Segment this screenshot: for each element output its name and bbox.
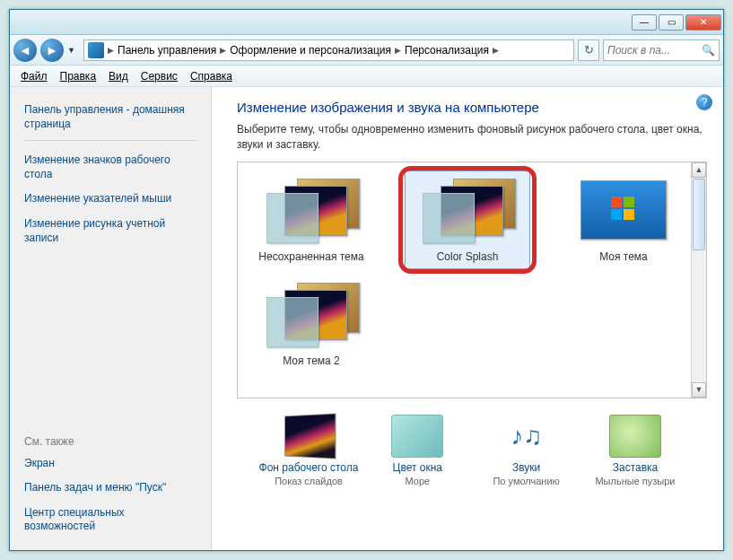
- minimize-button[interactable]: —: [632, 14, 657, 31]
- theme-color-splash[interactable]: Color Splash: [405, 171, 530, 269]
- settings-row: Фон рабочего стола Показ слайдов Цвет ок…: [237, 398, 707, 486]
- scroll-down-button[interactable]: ▼: [692, 382, 706, 398]
- see-also-label: См. также: [10, 435, 211, 451]
- theme-label: Моя тема: [561, 250, 686, 263]
- menu-file[interactable]: Файл: [15, 68, 53, 84]
- sidebar: Панель управления - домашняя страница Из…: [10, 87, 212, 550]
- screensaver-setting[interactable]: Заставка Мыльные пузыри: [581, 415, 689, 486]
- refresh-button[interactable]: ↻: [578, 39, 599, 61]
- window-color-icon: [391, 415, 443, 458]
- breadcrumb-seg-2[interactable]: Оформление и персонализация: [226, 44, 395, 57]
- chevron-right-icon: ▶: [108, 46, 114, 55]
- breadcrumb-seg-3[interactable]: Персонализация: [401, 44, 493, 57]
- page-heading: Изменение изображения и звука на компьют…: [237, 100, 707, 115]
- screensaver-link[interactable]: Заставка: [581, 461, 689, 474]
- theme-thumb: [570, 175, 677, 245]
- scroll-thumb[interactable]: [693, 179, 705, 250]
- help-icon[interactable]: ?: [696, 94, 712, 110]
- sounds-setting[interactable]: ♪♫ Звуки По умолчанию: [473, 415, 580, 486]
- theme-thumb: [257, 279, 365, 349]
- titlebar: — ▭ ✕: [10, 10, 723, 35]
- scroll-up-button[interactable]: ▲: [692, 162, 706, 178]
- sidebar-top: Панель управления - домашняя страница Из…: [10, 98, 211, 250]
- screensaver-value: Мыльные пузыри: [581, 476, 689, 486]
- chevron-right-icon: ▶: [220, 46, 226, 55]
- theme-label: Несохраненная тема: [249, 250, 374, 263]
- menu-help[interactable]: Справка: [185, 68, 238, 84]
- window-buttons: — ▭ ✕: [630, 14, 721, 31]
- sidebar-link-desktop-icons[interactable]: Изменение значков рабочего стола: [24, 148, 196, 187]
- see-also-display[interactable]: Экран: [24, 451, 196, 477]
- page-subtext: Выберите тему, чтобы одновременно измени…: [237, 122, 707, 153]
- desktop-bg-link[interactable]: Фон рабочего стола: [255, 461, 362, 474]
- search-icon: 🔍: [698, 44, 719, 57]
- menu-view[interactable]: Вид: [103, 68, 134, 84]
- menubar: Файл Правка Вид Сервис Справка: [10, 66, 723, 87]
- sidebar-separator: [24, 140, 196, 141]
- breadcrumb-seg-1[interactable]: Панель управления: [114, 44, 220, 57]
- theme-thumb: [414, 175, 521, 245]
- window-color-value: Море: [363, 476, 471, 486]
- nav-history-dropdown[interactable]: ▼: [67, 46, 80, 55]
- desktop-background-setting[interactable]: Фон рабочего стола Показ слайдов: [255, 415, 362, 486]
- explorer-window: — ▭ ✕ ◄ ► ▼ ▶ Панель управления ▶ Оформл…: [9, 9, 724, 551]
- sounds-icon: ♪♫: [501, 415, 553, 458]
- sounds-link[interactable]: Звуки: [473, 461, 580, 474]
- navbar: ◄ ► ▼ ▶ Панель управления ▶ Оформление и…: [10, 35, 723, 66]
- search-box[interactable]: 🔍: [603, 39, 720, 61]
- theme-thumb: [257, 175, 365, 245]
- menu-tools[interactable]: Сервис: [135, 68, 183, 84]
- theme-unsaved[interactable]: Несохраненная тема: [249, 175, 374, 263]
- screensaver-icon: [609, 415, 661, 458]
- menu-edit[interactable]: Правка: [55, 68, 102, 84]
- scrollbar[interactable]: ▲ ▼: [691, 162, 706, 398]
- body: Панель управления - домашняя страница Из…: [10, 87, 723, 550]
- windows-logo-icon: [611, 197, 636, 222]
- window-color-link[interactable]: Цвет окна: [363, 461, 471, 474]
- see-also-taskbar[interactable]: Панель задач и меню "Пуск": [24, 476, 196, 501]
- theme-row-1: Несохраненная тема Color Splash: [249, 175, 695, 263]
- sidebar-bottom: См. также Экран Панель задач и меню "Пус…: [10, 435, 211, 539]
- theme-row-2: Моя тема 2: [249, 279, 695, 367]
- close-button[interactable]: ✕: [685, 14, 721, 31]
- sidebar-link-account-picture[interactable]: Изменение рисунка учетной записи: [24, 212, 196, 250]
- sounds-value: По умолчанию: [473, 476, 580, 486]
- main-panel: ? Изменение изображения и звука на компь…: [212, 87, 723, 550]
- window-color-setting[interactable]: Цвет окна Море: [363, 415, 471, 486]
- sidebar-link-mouse-pointers[interactable]: Изменение указателей мыши: [24, 187, 196, 212]
- chevron-right-icon: ▶: [493, 46, 499, 55]
- chevron-right-icon: ▶: [395, 46, 401, 55]
- forward-button[interactable]: ►: [40, 39, 64, 62]
- see-also-accessibility[interactable]: Центр специальных возможностей: [24, 501, 196, 539]
- maximize-button[interactable]: ▭: [659, 14, 684, 31]
- theme-label: Моя тема 2: [249, 354, 374, 367]
- themes-container: ▲ ▼ Несохраненная тема: [237, 162, 707, 398]
- desktop-bg-value: Показ слайдов: [255, 476, 362, 486]
- theme-label: Color Splash: [406, 250, 529, 263]
- search-input[interactable]: [604, 44, 698, 57]
- control-panel-icon: [88, 42, 104, 58]
- address-bar[interactable]: ▶ Панель управления ▶ Оформление и персо…: [83, 39, 574, 61]
- desktop-bg-icon: [284, 413, 336, 459]
- theme-my-theme-2[interactable]: Моя тема 2: [249, 279, 374, 367]
- theme-my-theme[interactable]: Моя тема: [561, 175, 686, 263]
- sidebar-home-link[interactable]: Панель управления - домашняя страница: [24, 98, 196, 136]
- back-button[interactable]: ◄: [13, 39, 37, 62]
